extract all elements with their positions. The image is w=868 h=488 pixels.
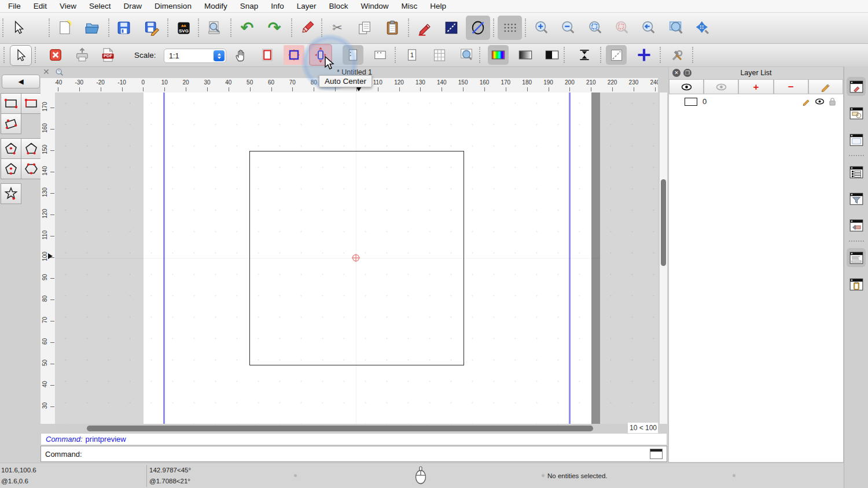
rectangle-corner-size-tool[interactable]: [21, 93, 42, 114]
export-pdf-button[interactable]: PDF: [97, 45, 118, 65]
circle-attributes-button[interactable]: [466, 16, 490, 40]
menu-item-block[interactable]: Block: [329, 2, 348, 10]
options-tools-button[interactable]: [667, 45, 687, 65]
dock-clipboard-button[interactable]: [847, 275, 866, 294]
scale-value: 1:1: [164, 52, 214, 60]
dock-filter-button[interactable]: [847, 189, 866, 208]
drawing-canvas[interactable]: [55, 93, 658, 424]
scale-select[interactable]: 1:1: [164, 49, 226, 63]
dock-block-list-button[interactable]: [847, 216, 866, 235]
hexagon-tool[interactable]: [21, 158, 42, 179]
menu-item-help[interactable]: Help: [430, 2, 446, 10]
remove-layer-button[interactable]: −: [774, 79, 808, 94]
export-svg-button[interactable]: SVG: [171, 16, 196, 40]
portrait-orientation-button[interactable]: [343, 45, 363, 65]
menu-item-file[interactable]: File: [8, 2, 21, 10]
layer-name: 0: [703, 97, 802, 106]
palette-back-button[interactable]: ◀: [2, 75, 40, 88]
zoom-redraw-button[interactable]: [637, 16, 661, 40]
layer-row[interactable]: 0: [669, 95, 843, 108]
polygon-center-tangent-tool[interactable]: [1, 158, 21, 179]
line-attributes-button[interactable]: [439, 16, 464, 40]
black-white-button[interactable]: [542, 45, 562, 65]
dock-library-browser-button[interactable]: [847, 103, 866, 123]
full-color-button[interactable]: [488, 45, 509, 65]
polygon-center-side-icon: [3, 161, 19, 177]
dock-command-line-button[interactable]: [847, 248, 866, 267]
save-as-icon: [144, 20, 160, 36]
save-as-button[interactable]: [139, 16, 164, 40]
print-button[interactable]: [72, 45, 93, 65]
menu-item-misc[interactable]: Misc: [402, 2, 418, 10]
select-tool-button[interactable]: [6, 16, 31, 40]
edit-layer-button[interactable]: [808, 79, 843, 94]
status-divider: [146, 465, 147, 487]
menu-item-layer[interactable]: Layer: [297, 2, 317, 10]
new-document-button[interactable]: [53, 16, 77, 40]
add-layer-button[interactable]: +: [738, 79, 773, 94]
preview-select-button[interactable]: [10, 45, 32, 66]
zoom-in-button[interactable]: [529, 16, 554, 40]
menu-item-snap[interactable]: Snap: [240, 2, 259, 10]
layer-lock-icon[interactable]: [829, 97, 836, 106]
cut-button[interactable]: ✂: [325, 16, 350, 40]
grid-toggle-button[interactable]: [498, 16, 522, 40]
menu-item-edit[interactable]: Edit: [34, 2, 47, 10]
zoom-auto-button[interactable]: [583, 16, 608, 40]
redo-button[interactable]: ↷: [262, 16, 286, 40]
polygon-two-corners-tool[interactable]: [21, 138, 42, 159]
dock-pen-palette-button[interactable]: [847, 77, 866, 96]
horizontal-scrollbar-thumb[interactable]: [87, 426, 593, 431]
horizontal-scrollbar[interactable]: [55, 424, 628, 432]
print-preview-button[interactable]: [202, 16, 226, 40]
show-all-layers-button[interactable]: [669, 79, 704, 94]
delete-button[interactable]: [295, 16, 319, 40]
landscape-orientation-button[interactable]: [370, 45, 391, 65]
menu-item-modify[interactable]: Modify: [204, 2, 227, 10]
undo-button[interactable]: ↶: [235, 16, 259, 40]
draft-mode-button[interactable]: [606, 45, 627, 65]
rectangle-three-points-tool[interactable]: [1, 113, 21, 134]
command-input[interactable]: [82, 449, 650, 459]
fit-to-page-button[interactable]: [284, 45, 304, 65]
minus-icon: −: [788, 82, 794, 92]
paper-border-button[interactable]: [257, 45, 278, 65]
new-document-icon: [57, 20, 73, 36]
paste-button[interactable]: [380, 16, 404, 40]
zoom-page-button[interactable]: [456, 45, 477, 65]
grayscale-button[interactable]: [515, 45, 536, 65]
zoom-previous-button[interactable]: [610, 16, 634, 40]
dock-layer-list-button[interactable]: [847, 162, 866, 182]
fit-height-button[interactable]: [574, 45, 595, 65]
open-file-button[interactable]: [80, 16, 104, 40]
rectangle-two-corners-tool[interactable]: [1, 93, 21, 114]
menu-item-select[interactable]: Select: [89, 2, 111, 10]
crosshair-button[interactable]: [634, 45, 654, 65]
layer-edit-pencil-icon[interactable]: [802, 97, 811, 106]
zoom-window-button[interactable]: [664, 16, 689, 40]
vertical-scrollbar-thumb[interactable]: [661, 179, 666, 266]
layer-color-swatch: [685, 98, 697, 106]
vertical-scrollbar[interactable]: [660, 93, 667, 424]
zoom-out-button[interactable]: [556, 16, 580, 40]
menu-item-dimension[interactable]: Dimension: [155, 2, 192, 10]
polygon-center-corner-tool[interactable]: [1, 138, 21, 159]
menu-item-window[interactable]: Window: [361, 2, 389, 10]
close-print-preview-button[interactable]: [45, 45, 66, 65]
single-page-button[interactable]: 1: [402, 45, 422, 65]
attributes-pen-button[interactable]: [412, 16, 436, 40]
undo-icon: ↶: [241, 20, 254, 36]
menu-item-draw[interactable]: Draw: [124, 2, 142, 10]
command-dock-toggle-button[interactable]: [650, 449, 663, 459]
star-tool[interactable]: [1, 183, 21, 204]
copy-button[interactable]: [352, 16, 377, 40]
hide-all-layers-button[interactable]: [704, 79, 738, 94]
pan-hand-button[interactable]: [231, 45, 252, 65]
menu-item-info[interactable]: Info: [271, 2, 284, 10]
zoom-pan-button[interactable]: [690, 16, 715, 40]
save-button[interactable]: [112, 16, 136, 40]
layer-visible-eye-icon[interactable]: [815, 98, 825, 105]
dock-blank-widget-button[interactable]: [847, 130, 866, 149]
multi-page-button[interactable]: [429, 45, 450, 65]
menu-item-view[interactable]: View: [60, 2, 76, 10]
